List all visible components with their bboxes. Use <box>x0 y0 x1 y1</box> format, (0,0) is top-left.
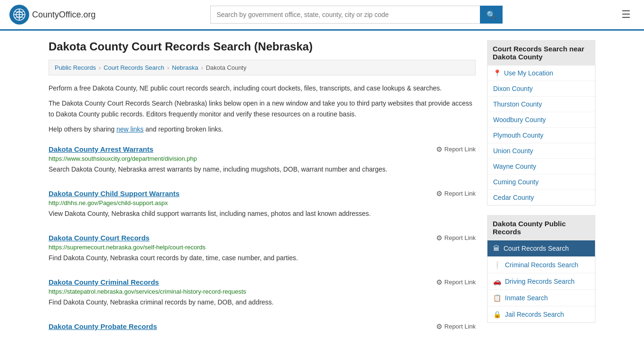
pr-icon-2: 🚗 <box>493 278 501 285</box>
record-url-1: http://dhhs.ne.gov/Pages/child-support.a… <box>49 199 476 206</box>
search-button[interactable]: 🔍 <box>480 6 503 24</box>
report-link-label-4: Report Link <box>445 323 476 330</box>
nearby-county-1-link[interactable]: Dixon County <box>493 85 533 92</box>
nearby-county-2-link[interactable]: Thurston County <box>493 100 542 108</box>
page-title: Dakota County Court Records Search (Nebr… <box>49 40 476 53</box>
pr-link-1[interactable]: Criminal Records Search <box>505 261 578 269</box>
public-records-item-2[interactable]: 🚗 Driving Records Search <box>487 273 595 290</box>
logo-icon <box>9 5 29 25</box>
pr-icon-4: 🔒 <box>493 311 501 318</box>
record-url-0: https://www.southsiouxcity.org/departmen… <box>49 155 476 162</box>
records-list: Dakota County Arrest Warrants ⚙ Report L… <box>49 145 476 336</box>
menu-button[interactable]: ☰ <box>618 7 635 23</box>
record-url-3: https://statepatrol.nebraska.gov/service… <box>49 288 476 295</box>
pr-link-4[interactable]: Jail Records Search <box>505 311 564 318</box>
nearby-county-3[interactable]: Woodbury County <box>487 112 595 128</box>
logo[interactable]: CountyOffice.org <box>9 5 96 25</box>
logo-label: CountyOffice.org <box>32 10 96 20</box>
record-entry-0: Dakota County Arrest Warrants ⚙ Report L… <box>49 145 476 179</box>
pr-icon-1: ❕ <box>493 261 501 269</box>
report-icon-2: ⚙ <box>436 234 442 242</box>
nearby-county-8-link[interactable]: Cedar County <box>493 194 534 201</box>
breadcrumb-sep-3: › <box>201 64 203 71</box>
record-entry-4: Dakota County Probate Records ⚙ Report L… <box>49 322 476 336</box>
location-icon: 📍 <box>493 69 501 77</box>
nearby-county-6-link[interactable]: Wayne County <box>493 163 536 170</box>
report-link-4[interactable]: ⚙ Report Link <box>436 322 476 331</box>
nearby-county-4-link[interactable]: Plymouth County <box>493 132 544 139</box>
report-icon-1: ⚙ <box>436 189 442 198</box>
nearby-county-3-link[interactable]: Woodbury County <box>493 116 546 123</box>
record-entry-3: Dakota County Criminal Records ⚙ Report … <box>49 278 476 312</box>
report-link-1[interactable]: ⚙ Report Link <box>436 189 476 198</box>
record-title-4[interactable]: Dakota County Probate Records <box>49 322 157 330</box>
record-desc-3: Find Dakota County, Nebraska criminal re… <box>49 297 476 307</box>
record-entry-1: Dakota County Child Support Warrants ⚙ R… <box>49 189 476 223</box>
breadcrumb: Public Records › Court Records Search › … <box>49 60 476 75</box>
breadcrumb-court-records-search[interactable]: Court Records Search <box>104 64 165 71</box>
nearby-county-5-link[interactable]: Union County <box>493 147 533 155</box>
breadcrumb-sep-2: › <box>167 64 169 71</box>
hamburger-icon: ☰ <box>621 8 631 20</box>
nearby-county-7[interactable]: Cuming County <box>487 174 595 190</box>
record-title-1[interactable]: Dakota County Child Support Warrants <box>49 189 180 197</box>
public-records-item-1[interactable]: ❕ Criminal Records Search <box>487 257 595 273</box>
public-records-title: Dakota County Public Records <box>487 215 595 240</box>
nearby-county-1[interactable]: Dixon County <box>487 81 595 97</box>
description-1: Perform a free Dakota County, NE public … <box>49 83 476 93</box>
nearby-county-5[interactable]: Union County <box>487 143 595 159</box>
nearby-county-6[interactable]: Wayne County <box>487 159 595 174</box>
sidebar: Court Records Search near Dakota County … <box>487 40 595 336</box>
report-icon-4: ⚙ <box>436 322 442 331</box>
description-2: The Dakota County Court Records Search (… <box>49 98 476 119</box>
pr-icon-0: 🏛 <box>493 245 500 252</box>
record-desc-1: View Dakota County, Nebraska child suppo… <box>49 209 476 219</box>
record-title-3[interactable]: Dakota County Criminal Records <box>49 278 159 286</box>
report-link-label-1: Report Link <box>445 190 476 197</box>
description-3: Help others by sharing new links and rep… <box>49 124 476 134</box>
nearby-county-2[interactable]: Thurston County <box>487 97 595 112</box>
breadcrumb-current: Dakota County <box>206 64 247 71</box>
breadcrumb-public-records[interactable]: Public Records <box>55 64 96 71</box>
record-desc-0: Search Dakota County, Nebraska arrest wa… <box>49 165 476 174</box>
report-link-label-0: Report Link <box>445 146 476 153</box>
report-link-2[interactable]: ⚙ Report Link <box>436 234 476 242</box>
public-records-list: 🏛 Court Records Search ❕ Criminal Record… <box>487 240 595 323</box>
breadcrumb-sep-1: › <box>99 64 100 71</box>
record-title-0[interactable]: Dakota County Arrest Warrants <box>49 145 153 153</box>
use-my-location-link[interactable]: Use My Location <box>504 69 553 77</box>
new-links-link[interactable]: new links <box>116 125 144 133</box>
public-records-item-0[interactable]: 🏛 Court Records Search <box>487 240 595 257</box>
nearby-county-4[interactable]: Plymouth County <box>487 128 595 143</box>
pr-link-3[interactable]: Inmate Search <box>505 294 548 302</box>
record-url-2: https://supremecourt.nebraska.gov/self-h… <box>49 244 476 251</box>
pr-link-2[interactable]: Driving Records Search <box>505 278 575 285</box>
report-icon-3: ⚙ <box>436 278 442 287</box>
breadcrumb-nebraska[interactable]: Nebraska <box>172 64 198 71</box>
nearby-counties-list: 📍 Use My Location Dixon County Thurston … <box>487 66 595 206</box>
public-records-item-4[interactable]: 🔒 Jail Records Search <box>487 306 595 322</box>
public-records-item-3[interactable]: 📋 Inmate Search <box>487 290 595 306</box>
report-link-label-3: Report Link <box>445 279 476 286</box>
use-my-location-item[interactable]: 📍 Use My Location <box>487 66 595 81</box>
search-input[interactable] <box>210 6 480 24</box>
report-icon-0: ⚙ <box>436 145 442 154</box>
record-desc-2: Find Dakota County, Nebraska court recor… <box>49 253 476 263</box>
report-link-label-2: Report Link <box>445 234 476 241</box>
report-link-3[interactable]: ⚙ Report Link <box>436 278 476 287</box>
record-entry-2: Dakota County Court Records ⚙ Report Lin… <box>49 234 476 268</box>
report-link-0[interactable]: ⚙ Report Link <box>436 145 476 154</box>
nearby-county-7-link[interactable]: Cuming County <box>493 178 539 186</box>
pr-icon-3: 📋 <box>493 294 501 302</box>
record-title-2[interactable]: Dakota County Court Records <box>49 234 149 242</box>
nearby-title: Court Records Search near Dakota County <box>487 40 595 66</box>
search-icon: 🔍 <box>487 11 496 19</box>
pr-link-0[interactable]: Court Records Search <box>504 245 569 252</box>
search-bar: 🔍 <box>210 6 503 24</box>
nearby-county-8[interactable]: Cedar County <box>487 190 595 205</box>
